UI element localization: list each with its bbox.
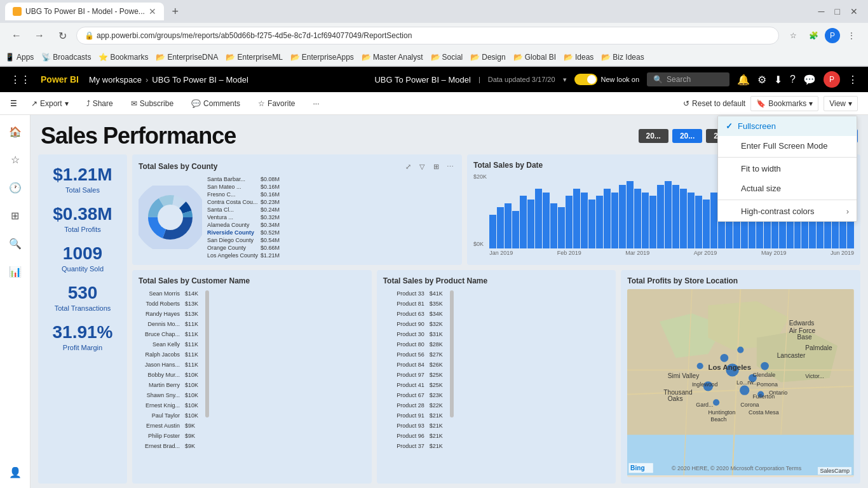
year-filter-1[interactable]: 20... bbox=[639, 129, 668, 143]
bookmark-globalbi[interactable]: 📂Global BI bbox=[513, 53, 556, 62]
subscribe-button[interactable]: ✉ Subscribe bbox=[127, 97, 177, 111]
date-bar[interactable] bbox=[550, 203, 557, 248]
more-options-button[interactable]: ⋮ bbox=[843, 27, 860, 44]
maximize-button[interactable]: □ bbox=[835, 6, 840, 17]
bookmark-enterpriseml[interactable]: 📂EnterpriseML bbox=[226, 53, 282, 62]
sidebar-home-icon[interactable]: 🏠 bbox=[4, 120, 27, 143]
sidebar-clock-icon[interactable]: 🕐 bbox=[4, 176, 27, 199]
date-bar[interactable] bbox=[695, 196, 702, 248]
notifications-icon[interactable]: 🔔 bbox=[737, 74, 750, 86]
sidebar-search-icon[interactable]: 🔍 bbox=[4, 232, 27, 255]
bookmark-masteranalyst[interactable]: 📂Master Analyst bbox=[362, 53, 423, 62]
chevron-down-icon[interactable]: ▾ bbox=[563, 76, 567, 84]
close-button[interactable]: ✕ bbox=[850, 6, 858, 17]
extensions-button[interactable]: 🧩 bbox=[804, 27, 822, 44]
high-contrast-menu-item[interactable]: High-contrast colors › bbox=[718, 201, 857, 221]
actual-size-menu-item[interactable]: Actual size bbox=[718, 179, 857, 198]
bookmark-design[interactable]: 📂Design bbox=[470, 53, 505, 62]
submenu-arrow: › bbox=[846, 207, 849, 216]
date-bar[interactable] bbox=[588, 200, 595, 248]
year-filter-2[interactable]: 20... bbox=[672, 129, 702, 143]
county-more-icon[interactable]: ⋯ bbox=[444, 161, 456, 172]
county-focus-icon[interactable]: ⤢ bbox=[402, 161, 414, 172]
share-button[interactable]: ⤴ Share bbox=[83, 97, 117, 111]
date-bar[interactable] bbox=[611, 193, 618, 249]
date-bar[interactable] bbox=[710, 193, 717, 249]
bookmark-ideas[interactable]: 📂Ideas bbox=[564, 53, 593, 62]
date-bar[interactable] bbox=[703, 200, 710, 248]
reset-button[interactable]: ↺ Reset to default bbox=[683, 99, 745, 108]
county-table-icon[interactable]: ⊞ bbox=[430, 161, 442, 172]
bookmarks-dropdown-button[interactable]: 🔖 Bookmarks ▾ bbox=[750, 96, 818, 111]
comments-button[interactable]: 💬 Comments bbox=[187, 97, 244, 111]
date-bar[interactable] bbox=[505, 203, 512, 248]
bookmark-star-button[interactable]: ☆ bbox=[784, 27, 802, 44]
profile-button[interactable]: P bbox=[825, 28, 840, 43]
minimize-button[interactable]: ─ bbox=[818, 6, 825, 17]
date-bar[interactable] bbox=[672, 185, 679, 248]
fullscreen-menu-item[interactable]: ✓ Fullscreen bbox=[718, 116, 857, 136]
chat-icon[interactable]: 💬 bbox=[803, 74, 816, 86]
sidebar-apps-icon[interactable]: ⊞ bbox=[4, 204, 27, 227]
date-bar[interactable] bbox=[512, 211, 519, 248]
active-tab[interactable]: UBG To Power BI - Model - Powe... ✕ bbox=[5, 3, 164, 20]
download-icon[interactable]: ⬇ bbox=[774, 74, 782, 86]
date-bar[interactable] bbox=[619, 185, 626, 248]
tab-close-button[interactable]: ✕ bbox=[149, 6, 156, 17]
help-icon[interactable]: ? bbox=[790, 74, 796, 85]
county-filter-icon[interactable]: ▽ bbox=[416, 161, 428, 172]
settings-icon[interactable]: ⚙ bbox=[757, 74, 766, 86]
sidebar-toggle-button[interactable]: ☰ bbox=[10, 99, 17, 108]
date-bar[interactable] bbox=[596, 196, 603, 248]
more-icon[interactable]: ⋮ bbox=[848, 74, 858, 86]
date-bar[interactable] bbox=[489, 215, 496, 248]
date-bar[interactable] bbox=[527, 200, 534, 248]
report-name-link[interactable]: UBG To Power BI – Model bbox=[152, 75, 248, 85]
date-bar[interactable] bbox=[642, 193, 649, 249]
view-dropdown-button[interactable]: View ▾ ✓ Fullscreen Enter Full Screen Mo… bbox=[824, 96, 858, 111]
bookmark-enterpriseapps[interactable]: 📂EnterpriseApps bbox=[290, 53, 354, 62]
fit-to-width-menu-item[interactable]: Fit to width bbox=[718, 159, 857, 179]
date-bar[interactable] bbox=[543, 193, 550, 249]
date-bar[interactable] bbox=[535, 189, 542, 248]
sidebar-star-icon[interactable]: ☆ bbox=[4, 148, 27, 171]
bookmark-social[interactable]: 📂Social bbox=[431, 53, 463, 62]
date-bar[interactable] bbox=[688, 193, 695, 249]
date-bar[interactable] bbox=[520, 196, 527, 248]
my-workspace-link[interactable]: My workspace bbox=[89, 75, 142, 85]
forward-button[interactable]: → bbox=[31, 27, 48, 44]
date-bar[interactable] bbox=[558, 207, 565, 248]
product-scrollbar[interactable] bbox=[450, 290, 454, 417]
bookmark-apps[interactable]: 📱Apps bbox=[5, 53, 34, 62]
bookmark-enterprisedna[interactable]: 📂EnterpriseDNA bbox=[156, 53, 218, 62]
favorite-button[interactable]: ☆ Favorite bbox=[254, 97, 299, 111]
url-bar[interactable]: 🔒 app.powerbi.com/groups/me/reports/ab50… bbox=[76, 27, 779, 44]
sidebar-user-icon[interactable]: 👤 bbox=[4, 461, 27, 484]
new-look-toggle-switch[interactable] bbox=[574, 74, 597, 85]
date-bar[interactable] bbox=[566, 196, 573, 248]
date-bar[interactable] bbox=[573, 189, 580, 248]
date-bar[interactable] bbox=[497, 207, 504, 248]
date-bar[interactable] bbox=[649, 196, 656, 248]
search-box[interactable]: 🔍 Search bbox=[647, 72, 729, 86]
date-bar[interactable] bbox=[604, 189, 611, 248]
date-bar[interactable] bbox=[581, 193, 588, 249]
reload-button[interactable]: ↻ bbox=[53, 27, 71, 44]
date-bar[interactable] bbox=[680, 189, 687, 248]
enter-fullscreen-menu-item[interactable]: Enter Full Screen Mode bbox=[718, 136, 857, 156]
export-button[interactable]: ↗ Export ▾ bbox=[27, 97, 72, 111]
bookmark-broadcasts[interactable]: 📡Broadcasts bbox=[41, 53, 91, 62]
sidebar-data-icon[interactable]: 📊 bbox=[4, 260, 27, 283]
customer-scrollbar[interactable] bbox=[205, 290, 209, 417]
date-bar[interactable] bbox=[665, 181, 672, 248]
back-button[interactable]: ← bbox=[8, 27, 25, 44]
more-toolbar-button[interactable]: ··· bbox=[309, 97, 323, 111]
user-avatar[interactable]: P bbox=[824, 71, 840, 88]
menu-icon[interactable]: ⋮⋮ bbox=[10, 74, 31, 86]
new-tab-button[interactable]: + bbox=[166, 3, 184, 20]
bookmark-bookmarks[interactable]: ⭐Bookmarks bbox=[98, 53, 148, 62]
date-bar[interactable] bbox=[627, 181, 634, 248]
bookmark-bizideas[interactable]: 📂Biz Ideas bbox=[601, 53, 644, 62]
date-bar[interactable] bbox=[634, 189, 641, 248]
date-bar[interactable] bbox=[657, 185, 664, 248]
